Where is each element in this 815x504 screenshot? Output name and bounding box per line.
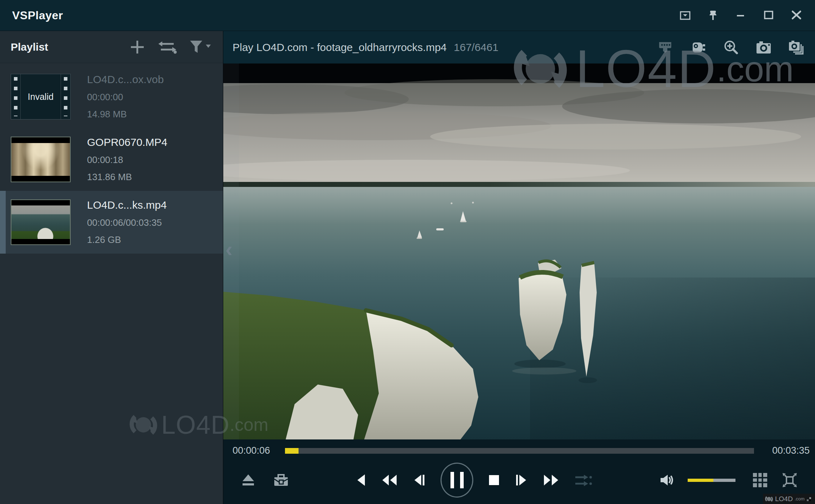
playlist-item-invalid-vob[interactable]: Invalid LO4D.c...ox.vob 00:00:00 14.98 M…	[0, 65, 223, 128]
item-duration: 00:00:00	[87, 92, 164, 103]
snapshot-camera-icon[interactable]	[755, 40, 772, 55]
item-filename: LO4D.c...ks.mp4	[87, 199, 167, 211]
player-stage: Play LO4D.com - footage_oldharryrocks.mp…	[223, 31, 815, 504]
previous-icon[interactable]	[355, 473, 367, 487]
digital-zoom-icon[interactable]	[723, 39, 739, 56]
film-sprockets	[64, 77, 67, 116]
multi-view-grid-icon[interactable]	[752, 472, 768, 488]
invalid-label: Invalid	[28, 92, 54, 102]
maximize-icon[interactable]	[762, 9, 775, 22]
window-controls	[679, 9, 803, 22]
stop-icon[interactable]	[488, 474, 500, 487]
item-position-duration: 00:00:06/00:03:35	[87, 217, 167, 228]
video-canvas[interactable]: ‹	[223, 63, 815, 439]
lo4d-globe-icon	[765, 495, 773, 503]
lo4d-badge: LO4D .com	[763, 494, 815, 504]
seek-row: 00:00:06 00:03:35	[223, 445, 815, 457]
video-thumbnail	[11, 199, 71, 245]
playlist-item-gopro[interactable]: GOPR0670.MP4 00:00:18 131.86 MB	[0, 128, 223, 191]
frame-counter: 167/6461	[454, 41, 498, 53]
item-filesize: 1.26 GB	[87, 234, 167, 245]
vsplayer-window: VSPlayer Playlist	[0, 0, 815, 504]
frame-forward-icon[interactable]	[514, 473, 528, 487]
filter-icon[interactable]	[189, 40, 212, 54]
film-placeholder-thumbnail: Invalid	[11, 74, 71, 119]
collapse-chevron-icon: ‹	[225, 237, 233, 261]
file-tools-group	[241, 462, 289, 498]
burst-snapshot-icon[interactable]	[788, 40, 805, 55]
pause-button[interactable]	[440, 463, 473, 498]
playlist-collapse-handle[interactable]: ‹	[223, 63, 239, 439]
single-frame-step-icon[interactable]	[574, 472, 592, 488]
seek-bar[interactable]	[285, 448, 754, 454]
volume-slider-fill	[688, 479, 713, 482]
volume-slider[interactable]	[688, 479, 735, 482]
fisheye-camera-icon[interactable]	[657, 40, 673, 55]
item-filesize: 14.98 MB	[87, 109, 164, 120]
add-file-icon[interactable]	[129, 39, 145, 55]
item-duration: 00:00:18	[87, 154, 167, 166]
toolbox-icon[interactable]	[273, 473, 289, 487]
transport-buttons-row	[223, 462, 815, 498]
playlist-header: Playlist	[0, 31, 223, 63]
item-meta: LO4D.c...ks.mp4 00:00:06/00:03:35 1.26 G…	[87, 199, 167, 245]
sort-transfer-icon[interactable]	[157, 40, 177, 55]
badge-text: LO4D	[775, 495, 793, 503]
app-title: VSPlayer	[12, 9, 63, 22]
frame-back-icon[interactable]	[413, 473, 426, 487]
video-thumbnail	[11, 137, 71, 182]
title-bar: VSPlayer	[0, 0, 815, 31]
now-playing-title: Play LO4D.com - footage_oldharryrocks.mp…	[233, 41, 447, 53]
mini-mode-icon[interactable]	[679, 9, 692, 22]
now-playing-bar: Play LO4D.com - footage_oldharryrocks.mp…	[223, 31, 815, 63]
now-playing-text: Play LO4D.com - footage_oldharryrocks.mp…	[233, 41, 498, 54]
film-sprockets	[14, 77, 17, 116]
selection-indicator	[0, 191, 6, 254]
item-filesize: 131.86 MB	[87, 172, 167, 183]
elapsed-time: 00:00:06	[233, 445, 270, 456]
playlist-title: Playlist	[11, 41, 48, 53]
pin-on-top-icon[interactable]	[707, 9, 719, 22]
volume-icon[interactable]	[659, 473, 674, 487]
item-filename: GOPR0670.MP4	[87, 136, 167, 148]
fast-forward-icon[interactable]	[543, 473, 560, 487]
close-icon[interactable]	[790, 9, 803, 22]
item-filename: LO4D.c...ox.vob	[87, 73, 164, 86]
fullscreen-icon[interactable]	[781, 472, 798, 489]
playlist-item-oldharryrocks[interactable]: LO4D.c...ks.mp4 00:00:06/00:03:35 1.26 G…	[0, 191, 223, 254]
pause-bar	[450, 472, 454, 488]
video-frame-oldharryrocks	[223, 63, 815, 439]
seek-bar-fill	[285, 448, 299, 454]
playback-control-bar: 00:00:06 00:03:35	[223, 439, 815, 504]
item-meta: GOPR0670.MP4 00:00:18 131.86 MB	[87, 136, 167, 183]
badge-pixels-icon	[806, 496, 812, 502]
badge-suffix: .com	[795, 496, 805, 502]
rewind-icon[interactable]	[381, 473, 398, 487]
total-duration: 00:03:35	[772, 445, 810, 456]
playlist-toolbar	[129, 39, 212, 55]
playlist-panel: Playlist Invalid	[0, 31, 223, 504]
transport-group	[355, 462, 592, 498]
pause-bar	[460, 472, 464, 488]
open-file-eject-icon[interactable]	[241, 473, 255, 487]
playlist-items: Invalid LO4D.c...ox.vob 00:00:00 14.98 M…	[0, 63, 223, 254]
volume-view-group	[659, 462, 809, 498]
stage-toolbar	[657, 39, 805, 56]
minimize-icon[interactable]	[734, 9, 747, 22]
item-meta: LO4D.c...ox.vob 00:00:00 14.98 MB	[87, 73, 164, 120]
audio-horn-icon[interactable]	[690, 41, 706, 54]
